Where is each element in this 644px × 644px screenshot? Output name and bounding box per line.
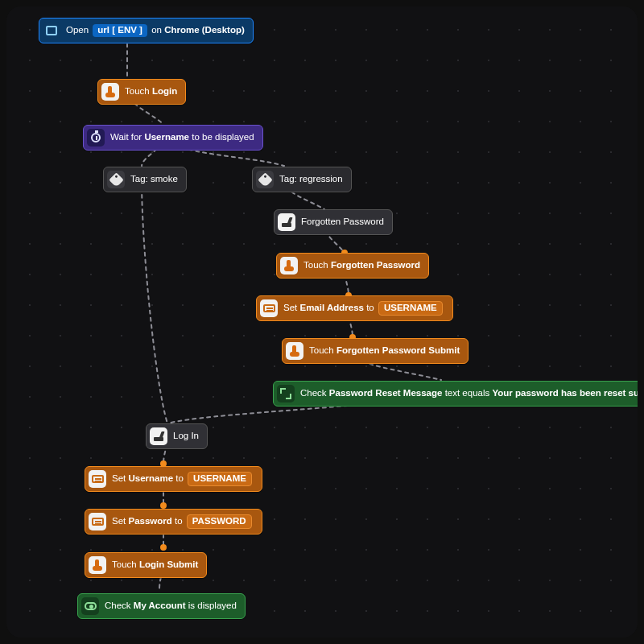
- node-label: Check Password Reset Message text equals…: [300, 388, 638, 399]
- node-open-url[interactable]: Open url [ ENV ] on Chrome (Desktop): [39, 18, 254, 43]
- pencil-icon: [150, 427, 167, 445]
- node-label: Touch Forgotten Password Submit: [309, 345, 460, 357]
- node-label: Touch Login Submit: [112, 559, 198, 571]
- node-check-password-reset[interactable]: Check Password Reset Message text equals…: [273, 381, 638, 407]
- node-set-username[interactable]: Set Username to USERNAME: [85, 466, 262, 492]
- node-label: Forgotten Password: [301, 217, 384, 228]
- browser-icon: [43, 22, 60, 39]
- tag-icon: [107, 171, 125, 188]
- node-label: Log In: [173, 431, 199, 442]
- touch-icon: [101, 83, 119, 101]
- tag-icon: [256, 171, 274, 188]
- node-label: Touch Forgotten Password: [303, 260, 420, 271]
- node-touch-forgotten-password[interactable]: Touch Forgotten Password: [276, 253, 429, 279]
- node-touch-forgot-submit[interactable]: Touch Forgotten Password Submit: [282, 338, 469, 364]
- touch-icon: [280, 257, 298, 275]
- node-tag-regression[interactable]: Tag: regression: [252, 167, 352, 192]
- node-label: Tag: smoke: [130, 174, 178, 185]
- touch-icon: [89, 556, 106, 574]
- node-label: Set Password to PASSWORD: [112, 514, 254, 529]
- node-touch-login[interactable]: Touch Login: [97, 79, 186, 105]
- node-touch-login-submit[interactable]: Touch Login Submit: [85, 552, 207, 578]
- node-label: Wait for Username to be displayed: [110, 132, 254, 143]
- keyboard-icon: [260, 299, 278, 317]
- node-set-email[interactable]: Set Email Address to USERNAME: [256, 295, 453, 321]
- eye-icon: [81, 597, 99, 615]
- node-label: Touch Login: [125, 86, 177, 97]
- scan-icon: [277, 385, 295, 402]
- node-label: Set Email Address to USERNAME: [283, 301, 444, 316]
- node-login-group[interactable]: Log In: [146, 423, 208, 449]
- keyboard-icon: [89, 513, 106, 530]
- touch-icon: [286, 342, 303, 360]
- node-label: Set Username to USERNAME: [112, 472, 254, 486]
- node-label: Tag: regression: [279, 174, 343, 185]
- node-check-my-account[interactable]: Check My Account is displayed: [77, 593, 246, 619]
- node-wait-username[interactable]: Wait for Username to be displayed: [83, 125, 263, 151]
- keyboard-icon: [89, 470, 106, 488]
- node-forgotten-password-group[interactable]: Forgotten Password: [274, 209, 393, 235]
- pencil-icon: [278, 213, 295, 231]
- node-label: Open url [ ENV ] on Chrome (Desktop): [66, 24, 245, 37]
- flow-canvas[interactable]: Open url [ ENV ] on Chrome (Desktop) Tou…: [6, 6, 638, 638]
- stopwatch-icon: [87, 129, 105, 147]
- node-tag-smoke[interactable]: Tag: smoke: [103, 167, 187, 192]
- node-label: Check My Account is displayed: [105, 601, 237, 612]
- node-set-password[interactable]: Set Password to PASSWORD: [85, 509, 262, 535]
